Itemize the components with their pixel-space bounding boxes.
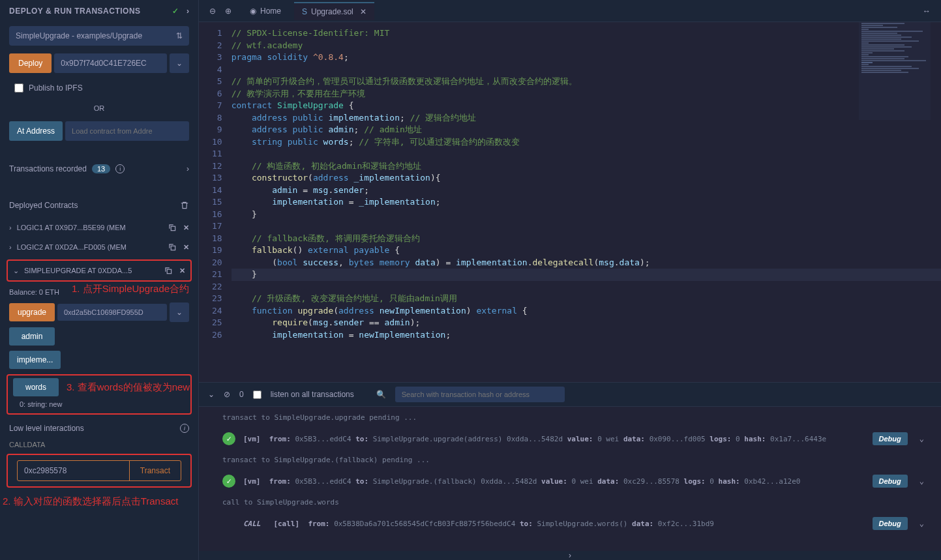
- words-button[interactable]: words: [13, 378, 59, 396]
- transact-row: Transact: [17, 460, 181, 481]
- svg-rect-2: [167, 269, 171, 273]
- chevron-right-icon[interactable]: ›: [187, 7, 189, 16]
- code-body[interactable]: // SPDX-License-Identifier: MIT// wtf.ac…: [232, 22, 941, 382]
- chevron-down-icon[interactable]: ⌄: [170, 302, 189, 322]
- zoom-in-icon[interactable]: ⊕: [225, 7, 232, 16]
- calldata-label: CALLDATA: [0, 439, 198, 451]
- success-icon: ✓: [222, 432, 235, 445]
- annotation-3: 3. 查看words的值被改为new: [67, 381, 190, 394]
- annotation-1: 1. 点开SimpleUpgrade合约: [72, 283, 189, 295]
- chevron-right-icon: ›: [9, 224, 12, 231]
- top-bar: ⊖ ⊕ ◉ Home S Upgrade.sol ✕ ↔: [199, 0, 941, 22]
- check-icon: ✓: [172, 7, 179, 16]
- or-text: OR: [0, 99, 198, 117]
- contract-select[interactable]: SimpleUpgrade - examples/Upgrade ⇅: [9, 26, 189, 46]
- debug-button[interactable]: Debug: [873, 517, 908, 530]
- tx-entry-2: ✓ [vm] from: 0x5B3...eddC4 to: SimpleUpg…: [222, 467, 928, 495]
- tx-count-badge: 13: [92, 164, 110, 173]
- calldata-input[interactable]: [18, 461, 129, 480]
- admin-row: admin: [9, 327, 189, 346]
- sidebar: DEPLOY & RUN TRANSACTIONS ✓ › SimpleUpgr…: [0, 0, 199, 560]
- transact-button[interactable]: Transact: [129, 461, 181, 480]
- chevron-down-icon: ⌄: [13, 267, 19, 275]
- trash-icon[interactable]: [180, 201, 189, 210]
- copy-icon[interactable]: [168, 243, 177, 252]
- words-result: 0: string: new: [10, 396, 188, 408]
- highlight-simpleupgrade-contract: ⌄ SIMPLEUPGRADE AT 0XDDA...5 ✕: [7, 259, 192, 282]
- chevron-down-icon[interactable]: ⌄: [170, 53, 189, 73]
- listen-label: listen on all transactions: [271, 390, 354, 399]
- chevron-down-icon[interactable]: ⌄: [916, 519, 928, 528]
- chevron-down-icon[interactable]: ⌄: [916, 434, 928, 443]
- chevron-right-icon: ›: [9, 243, 12, 251]
- code-editor[interactable]: 1234567891011121314151617181920212223242…: [199, 22, 941, 382]
- listen-checkbox[interactable]: [253, 391, 261, 399]
- close-icon[interactable]: ✕: [183, 243, 189, 252]
- expand-icon[interactable]: ↔: [923, 7, 936, 16]
- tx-pending-1: transact to SimpleUpgrade.upgrade pendin…: [222, 411, 928, 424]
- solidity-icon: S: [302, 7, 307, 16]
- debug-button[interactable]: Debug: [873, 432, 908, 445]
- panel-title: DEPLOY & RUN TRANSACTIONS: [9, 7, 141, 16]
- publish-ipfs-row: Publish to IPFS: [9, 81, 189, 95]
- deployed-contracts-header: Deployed Contracts: [0, 193, 198, 218]
- balance-row: Balance: 0 ETH 1. 点开SimpleUpgrade合约: [0, 284, 198, 300]
- svg-rect-1: [171, 246, 175, 250]
- close-icon[interactable]: ✕: [357, 7, 366, 16]
- chevron-right-icon[interactable]: ›: [187, 164, 189, 173]
- success-icon: ✓: [222, 475, 235, 488]
- main-area: ⊖ ⊕ ◉ Home S Upgrade.sol ✕ ↔ 12345678910…: [199, 0, 941, 560]
- load-contract-input[interactable]: [65, 121, 189, 141]
- tab-upgrade-sol[interactable]: S Upgrade.sol ✕: [294, 2, 374, 20]
- home-icon: ◉: [250, 7, 256, 16]
- terminal-search-input[interactable]: [395, 387, 565, 402]
- chevron-down-icon[interactable]: ⌄: [208, 390, 215, 399]
- close-icon[interactable]: ✕: [179, 267, 185, 275]
- select-arrows-icon: ⇅: [176, 31, 183, 40]
- tx-entry-1: ✓ [vm] from: 0x5B3...eddC4 to: SimpleUpg…: [222, 424, 928, 453]
- implementation-row: impleme...: [9, 351, 189, 369]
- transactions-recorded-header: Transactions recorded 13 i ›: [0, 156, 198, 181]
- tx-pending-2: transact to SimpleUpgrade.(fallback) pen…: [222, 453, 928, 467]
- search-icon[interactable]: 🔍: [376, 390, 386, 399]
- deploy-button[interactable]: Deploy: [9, 53, 52, 73]
- highlight-words: words 3. 查看words的值被改为new 0: string: new: [7, 374, 192, 415]
- tx-entry-3: CALL [call] from: 0x5B38Da6a701c568545dC…: [222, 509, 928, 538]
- close-icon[interactable]: ✕: [183, 224, 189, 232]
- gutter: 1234567891011121314151617181920212223242…: [199, 22, 232, 382]
- info-icon[interactable]: i: [180, 424, 189, 433]
- svg-rect-0: [171, 226, 175, 230]
- annotation-2: 2. 输入对应的函数选择器后点击Transact: [3, 495, 178, 507]
- copy-icon[interactable]: [164, 266, 173, 275]
- at-address-button[interactable]: At Address: [9, 121, 63, 141]
- minimap[interactable]: [859, 22, 931, 120]
- contract-row-simpleupgrade[interactable]: ⌄ SIMPLEUPGRADE AT 0XDDA...5 ✕: [10, 263, 188, 278]
- highlight-transact: Transact: [7, 454, 192, 488]
- copy-icon[interactable]: [168, 223, 177, 232]
- at-address-row: At Address: [9, 121, 189, 141]
- low-level-header: Low level interactions i: [0, 417, 198, 439]
- zoom-out-icon[interactable]: ⊖: [209, 7, 216, 16]
- implementation-button[interactable]: impleme...: [9, 351, 61, 369]
- terminal-bar: ⌄ ⊘ 0 listen on all transactions 🔍: [199, 382, 941, 407]
- deploy-address-input[interactable]: [54, 53, 167, 73]
- terminal-body[interactable]: transact to SimpleUpgrade.upgrade pendin…: [199, 407, 941, 551]
- words-row: words 3. 查看words的值被改为new: [13, 378, 185, 396]
- contract-row-logic1[interactable]: › LOGIC1 AT 0X9D7...B5E99 (MEM ✕: [0, 218, 198, 237]
- upgrade-button[interactable]: upgrade: [9, 303, 55, 321]
- tx-zero: 0: [239, 390, 244, 399]
- chevron-down-icon[interactable]: ⌄: [916, 477, 928, 486]
- drag-handle[interactable]: ›: [199, 551, 941, 560]
- admin-button[interactable]: admin: [9, 327, 55, 346]
- panel-header: DEPLOY & RUN TRANSACTIONS ✓ ›: [0, 0, 198, 22]
- upgrade-input[interactable]: [57, 304, 167, 321]
- tab-home[interactable]: ◉ Home: [242, 3, 289, 20]
- contract-row-logic2[interactable]: › LOGIC2 AT 0XD2A...FD005 (MEM ✕: [0, 237, 198, 257]
- clear-icon[interactable]: ⊘: [224, 390, 230, 399]
- upgrade-row: upgrade ⌄: [9, 302, 189, 322]
- debug-button[interactable]: Debug: [873, 475, 908, 488]
- publish-ipfs-checkbox[interactable]: [14, 83, 23, 93]
- publish-ipfs-label: Publish to IPFS: [29, 83, 83, 93]
- info-icon[interactable]: i: [115, 164, 125, 173]
- tx-pending-3: call to SimpleUpgrade.words: [222, 495, 928, 509]
